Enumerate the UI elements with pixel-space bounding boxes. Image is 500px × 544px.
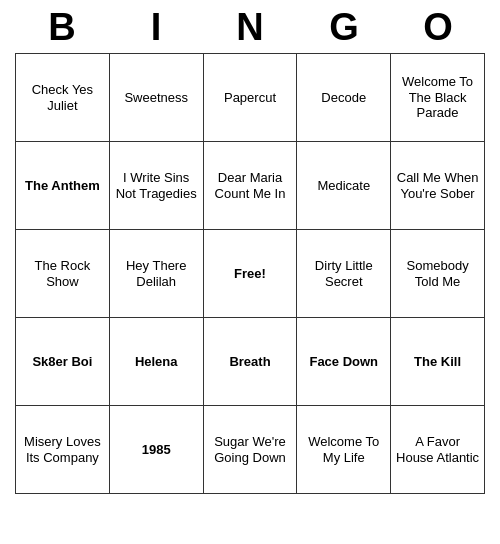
cell-0-3: Decode	[297, 54, 391, 142]
cell-4-3: Welcome To My Life	[297, 406, 391, 494]
cell-0-2: Papercut	[203, 54, 297, 142]
cell-3-1: Helena	[109, 318, 203, 406]
cell-3-2: Breath	[203, 318, 297, 406]
table-row: The Rock ShowHey There DelilahFree!Dirty…	[16, 230, 485, 318]
cell-0-1: Sweetness	[109, 54, 203, 142]
cell-4-4: A Favor House Atlantic	[391, 406, 485, 494]
cell-1-1: I Write Sins Not Tragedies	[109, 142, 203, 230]
cell-3-4: The Kill	[391, 318, 485, 406]
cell-4-1: 1985	[109, 406, 203, 494]
table-row: Check Yes JulietSweetnessPapercutDecodeW…	[16, 54, 485, 142]
cell-4-0: Misery Loves Its Company	[16, 406, 110, 494]
title-letter-b: B	[37, 6, 87, 49]
cell-3-0: Sk8er Boi	[16, 318, 110, 406]
title-letter-g: G	[319, 6, 369, 49]
table-row: Sk8er BoiHelenaBreathFace DownThe Kill	[16, 318, 485, 406]
cell-0-0: Check Yes Juliet	[16, 54, 110, 142]
cell-2-2: Free!	[203, 230, 297, 318]
cell-2-4: Somebody Told Me	[391, 230, 485, 318]
cell-3-3: Face Down	[297, 318, 391, 406]
cell-0-4: Welcome To The Black Parade	[391, 54, 485, 142]
cell-1-3: Medicate	[297, 142, 391, 230]
table-row: The AnthemI Write Sins Not TragediesDear…	[16, 142, 485, 230]
title-letter-i: I	[131, 6, 181, 49]
table-row: Misery Loves Its Company1985Sugar We're …	[16, 406, 485, 494]
cell-4-2: Sugar We're Going Down	[203, 406, 297, 494]
bingo-grid: Check Yes JulietSweetnessPapercutDecodeW…	[15, 53, 485, 494]
cell-1-0: The Anthem	[16, 142, 110, 230]
title-letter-n: N	[225, 6, 275, 49]
bingo-title: BINGO	[15, 0, 485, 53]
cell-2-0: The Rock Show	[16, 230, 110, 318]
cell-2-1: Hey There Delilah	[109, 230, 203, 318]
title-letter-o: O	[413, 6, 463, 49]
cell-1-4: Call Me When You're Sober	[391, 142, 485, 230]
cell-1-2: Dear Maria Count Me In	[203, 142, 297, 230]
cell-2-3: Dirty Little Secret	[297, 230, 391, 318]
